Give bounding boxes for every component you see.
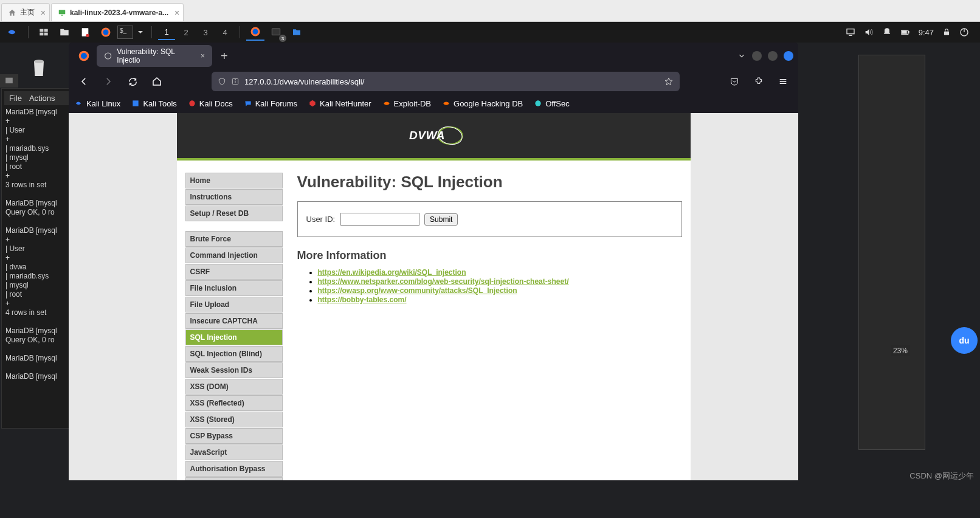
firefox-icon[interactable] xyxy=(97,24,115,41)
close-icon[interactable]: × xyxy=(41,8,46,18)
user-id-input[interactable] xyxy=(340,213,419,226)
dvwa-page: DVWA HomeInstructionsSetup / Reset DB Br… xyxy=(177,113,691,480)
dropdown-icon[interactable] xyxy=(136,24,145,41)
vmware-tab-label: 主页 xyxy=(20,7,35,18)
pocket-icon[interactable] xyxy=(725,72,744,91)
lock-icon[interactable] xyxy=(942,28,951,36)
url-bar[interactable]: 127.0.0.1/dvwa/vulnerabilities/sqli/ xyxy=(212,72,680,91)
menu-item[interactable]: SQL Injection xyxy=(185,330,283,345)
svg-point-24 xyxy=(81,53,87,59)
percent-indicator: 23% xyxy=(891,345,910,356)
close-icon[interactable]: × xyxy=(201,52,205,60)
bookmark-exploitdb[interactable]: Exploit-DB xyxy=(382,99,431,108)
svg-point-25 xyxy=(105,53,111,59)
svg-point-33 xyxy=(189,100,195,106)
back-button[interactable] xyxy=(75,72,93,91)
dvwa-header: DVWA xyxy=(177,113,691,161)
bookmark-kali-forums[interactable]: Kali Forums xyxy=(244,99,297,108)
maximize-button[interactable] xyxy=(768,51,778,61)
svg-point-21 xyxy=(34,60,44,63)
background-window xyxy=(858,55,925,450)
bookmark-kali-tools[interactable]: Kali Tools xyxy=(131,99,176,108)
menu-item[interactable]: Home xyxy=(185,173,283,188)
display-icon[interactable] xyxy=(846,27,855,37)
terminal-window[interactable]: File Actions MariaDB [mysql + | User + |… xyxy=(1,88,74,429)
menu-actions[interactable]: Actions xyxy=(29,94,55,103)
menu-item[interactable]: Brute Force xyxy=(185,231,283,247)
menu-item[interactable]: XSS (Reflected) xyxy=(185,395,283,411)
menu-item[interactable]: File Upload xyxy=(185,297,283,313)
workspace-4[interactable]: 4 xyxy=(216,24,233,40)
menu-icon[interactable] xyxy=(774,72,792,91)
bookmark-ghdb[interactable]: Google Hacking DB xyxy=(442,99,523,108)
menu-item[interactable]: Instructions xyxy=(185,189,283,205)
trash-icon[interactable] xyxy=(29,55,49,78)
firefox-toolbar: 127.0.0.1/dvwa/vulnerabilities/sqli/ xyxy=(69,69,798,94)
files-icon[interactable] xyxy=(55,24,74,41)
terminal-icon[interactable]: $_ xyxy=(117,26,133,39)
star-icon[interactable] xyxy=(664,77,674,86)
firefox-task-icon[interactable] xyxy=(246,24,264,41)
info-link[interactable]: https://www.netsparker.com/blog/web-secu… xyxy=(318,277,569,286)
kali-menu-icon[interactable] xyxy=(4,24,22,41)
info-link[interactable]: https://bobby-tables.com/ xyxy=(318,295,407,304)
new-tab-button[interactable]: + xyxy=(215,49,234,63)
browser-tab[interactable]: Vulnerability: SQL Injectio × xyxy=(97,45,212,67)
info-link[interactable]: https://owasp.org/www-community/attacks/… xyxy=(318,286,517,295)
menu-file[interactable]: File xyxy=(9,94,22,103)
submit-button[interactable]: Submit xyxy=(424,213,458,226)
menu-item[interactable]: SQL Injection (Blind) xyxy=(185,346,283,362)
folder-task-icon[interactable] xyxy=(288,24,306,41)
menu-item[interactable]: CSRF xyxy=(185,264,283,280)
bookmark-kali-docs[interactable]: Kali Docs xyxy=(188,99,233,108)
workspace-1[interactable]: 1 xyxy=(158,24,175,40)
svg-point-34 xyxy=(536,100,541,106)
bookmark-kali-linux[interactable]: Kali Linux xyxy=(75,99,120,108)
reload-button[interactable] xyxy=(123,72,142,91)
svg-rect-2 xyxy=(40,29,43,32)
svg-point-9 xyxy=(103,30,109,35)
menu-item[interactable]: XSS (Stored) xyxy=(185,412,283,427)
terminal-task-icon[interactable]: 3 xyxy=(267,24,285,41)
vmware-tab-kali[interactable]: kali-linux-2023.4-vmware-a... × xyxy=(51,3,184,21)
battery-icon[interactable] xyxy=(900,27,910,37)
user-id-form: User ID: Submit xyxy=(297,201,682,237)
menu-item[interactable]: File Inclusion xyxy=(185,280,283,296)
bookmark-nethunter[interactable]: Kali NetHunter xyxy=(308,99,371,108)
menu-item[interactable]: Setup / Reset DB xyxy=(185,205,283,221)
bookmark-offsec[interactable]: OffSec xyxy=(534,99,570,108)
kali-taskbar: $_ 1 2 3 4 3 9:47 xyxy=(0,22,980,43)
text-editor-icon[interactable] xyxy=(76,24,94,41)
workspace-3[interactable]: 3 xyxy=(197,24,214,40)
workspace-2[interactable]: 2 xyxy=(178,24,195,40)
chevron-down-icon[interactable] xyxy=(737,52,746,60)
menu-item[interactable]: CSP Bypass xyxy=(185,428,283,444)
forward-button[interactable] xyxy=(99,72,117,91)
menu-item[interactable]: Command Injection xyxy=(185,247,283,263)
menu-item[interactable]: Open HTTP Redirect xyxy=(185,477,283,480)
menu-item[interactable]: Insecure CAPTCHA xyxy=(185,313,283,329)
vmware-tab-bar: 主页 × kali-linux-2023.4-vmware-a... × xyxy=(0,0,980,22)
close-button[interactable] xyxy=(784,51,793,61)
home-button[interactable] xyxy=(148,72,166,91)
svg-text:DVWA: DVWA xyxy=(409,129,445,142)
info-link[interactable]: https://en.wikipedia.org/wiki/SQL_inject… xyxy=(318,268,466,277)
menu-item[interactable]: Weak Session IDs xyxy=(185,362,283,378)
dvwa-sidebar: HomeInstructionsSetup / Reset DB Brute F… xyxy=(185,173,283,480)
clock[interactable]: 9:47 xyxy=(919,28,934,37)
menu-item[interactable]: Authorisation Bypass xyxy=(185,461,283,477)
power-icon[interactable] xyxy=(959,27,969,37)
svg-rect-18 xyxy=(944,32,949,35)
volume-icon[interactable] xyxy=(864,27,874,37)
svg-rect-16 xyxy=(908,32,908,33)
menu-item[interactable]: XSS (DOM) xyxy=(185,379,283,395)
close-icon[interactable]: × xyxy=(174,8,179,18)
baidu-icon[interactable]: du xyxy=(951,327,978,354)
window-list-icon[interactable] xyxy=(35,24,53,41)
extensions-icon[interactable] xyxy=(750,72,768,91)
bookmarks-bar: Kali Linux Kali Tools Kali Docs Kali For… xyxy=(69,94,798,113)
minimize-button[interactable] xyxy=(752,51,762,61)
menu-item[interactable]: JavaScript xyxy=(185,444,283,460)
vmware-tab-home[interactable]: 主页 × xyxy=(1,3,50,21)
notification-icon[interactable] xyxy=(882,27,892,37)
